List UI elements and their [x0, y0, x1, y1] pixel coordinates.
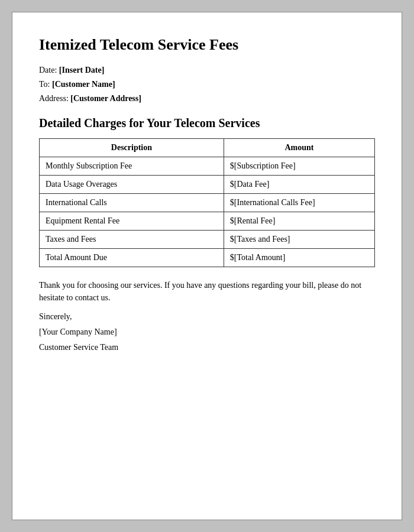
date-value: [Insert Date]	[59, 66, 105, 74]
table-row: Equipment Rental Fee$[Rental Fee]	[40, 212, 375, 231]
row-amount: $[Subscription Fee]	[224, 157, 374, 176]
to-field: To: [Customer Name]	[39, 80, 375, 89]
row-amount: $[Rental Fee]	[224, 212, 374, 231]
page-title: Itemized Telecom Service Fees	[39, 36, 375, 54]
row-description: Monthly Subscription Fee	[40, 157, 224, 176]
page-container: Itemized Telecom Service Fees Date: [Ins…	[12, 12, 402, 520]
total-label: Total Amount Due	[40, 249, 224, 267]
table-row: Monthly Subscription Fee$[Subscription F…	[40, 157, 375, 176]
date-label: Date:	[39, 66, 59, 74]
row-amount: $[Taxes and Fees]	[224, 231, 374, 249]
row-description: Data Usage Overages	[40, 176, 224, 194]
table-row: International Calls$[International Calls…	[40, 194, 375, 212]
row-amount: $[Data Fee]	[224, 176, 374, 194]
to-value: [Customer Name]	[52, 80, 115, 89]
total-value: $[Total Amount]	[224, 249, 374, 267]
address-value: [Customer Address]	[70, 94, 141, 103]
total-row: Total Amount Due$[Total Amount]	[40, 249, 375, 267]
row-description: Taxes and Fees	[40, 231, 224, 249]
charges-table: Description Amount Monthly Subscription …	[39, 138, 375, 267]
address-label: Address:	[39, 94, 70, 103]
to-label: To:	[39, 80, 52, 89]
date-field: Date: [Insert Date]	[39, 66, 375, 75]
row-description: Equipment Rental Fee	[40, 212, 224, 231]
table-header-row: Description Amount	[40, 139, 375, 157]
sincerely-line: Sincerely,	[39, 312, 375, 322]
company-name: [Your Company Name]	[39, 327, 375, 337]
row-amount: $[International Calls Fee]	[224, 194, 374, 212]
row-description: International Calls	[40, 194, 224, 212]
footer-message: Thank you for choosing our services. If …	[39, 279, 375, 304]
section-title: Detailed Charges for Your Telecom Servic…	[39, 116, 375, 130]
address-field: Address: [Customer Address]	[39, 94, 375, 103]
table-row: Data Usage Overages$[Data Fee]	[40, 176, 375, 194]
team-name: Customer Service Team	[39, 343, 375, 352]
col-header-description: Description	[40, 139, 224, 157]
table-row: Taxes and Fees$[Taxes and Fees]	[40, 231, 375, 249]
col-header-amount: Amount	[224, 139, 374, 157]
